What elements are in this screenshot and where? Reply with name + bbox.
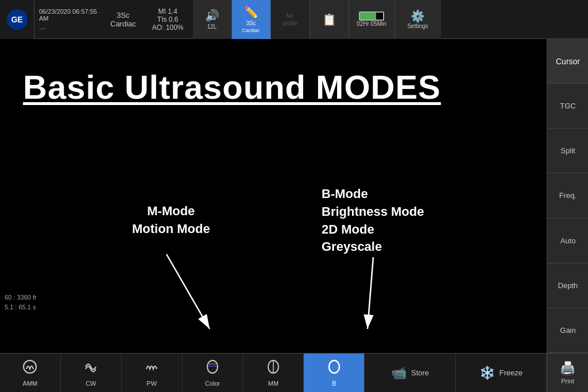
amm-icon xyxy=(22,359,38,378)
cursor-button[interactable]: Cursor xyxy=(547,39,588,84)
color-button[interactable]: Color xyxy=(183,354,243,393)
bmode-label: B-Mode Brightness Mode 2D Mode Greyscale xyxy=(322,185,424,256)
probe-12l-icon: 🔊 xyxy=(205,9,219,22)
cw-button[interactable]: CW xyxy=(61,354,122,393)
tgc-button[interactable]: TGC xyxy=(547,84,588,129)
ao-value: AO: 100% xyxy=(152,24,184,32)
probe-3sc-icon: ✏️ xyxy=(244,5,258,19)
ge-circle-icon: GE xyxy=(7,9,28,30)
amm-button[interactable]: AMM xyxy=(0,354,61,393)
probe-info: 3Sc Cardiac xyxy=(103,11,143,28)
bottom-stats: 60 : 3360 fr 5.1 : 65.1 s xyxy=(0,290,41,314)
probe-name: 3Sc xyxy=(117,11,129,20)
menu-dots[interactable]: ... xyxy=(39,22,99,31)
mmode-label: M-Mode Motion Mode xyxy=(132,203,210,238)
mi-value: MI 1.4 xyxy=(158,7,177,15)
b-button[interactable]: B xyxy=(304,354,365,393)
cw-icon xyxy=(83,359,99,378)
store-button[interactable]: 📹 Store xyxy=(365,354,455,393)
mm-icon xyxy=(265,359,281,378)
svg-point-1 xyxy=(24,360,36,373)
battery-bar xyxy=(359,11,384,21)
freeze-button[interactable]: ❄️ Freeze xyxy=(456,354,547,393)
split-button[interactable]: Split xyxy=(547,129,588,173)
freeze-icon: ❄️ xyxy=(479,366,495,381)
bmode-arrow xyxy=(368,257,373,329)
datetime-display: 06/23/2020 06:57:55 AM xyxy=(39,8,99,22)
auto-button[interactable]: Auto xyxy=(547,219,588,263)
ge-logo: GE xyxy=(0,0,34,39)
top-bar: GE 06/23/2020 06:57:55 AM ... 3Sc Cardia… xyxy=(0,0,588,39)
toolbar-buttons: 🔊 12L ✏️ 3Sc Cardiac No probe 📋 02Hr 05M… xyxy=(193,0,589,39)
print-icon: 🖨️ xyxy=(560,361,575,376)
archive-button[interactable]: 📋 xyxy=(310,0,349,39)
slide-content: Basic Ultrasound MODES M-Mode Motion Mod… xyxy=(0,39,547,353)
b-icon xyxy=(326,359,342,378)
slide-title: Basic Ultrasound MODES xyxy=(23,68,441,106)
archive-icon: 📋 xyxy=(322,13,336,26)
gain-button[interactable]: Gain xyxy=(547,308,588,353)
mi-tis-display: MI 1.4 TIs 0.6 AO: 100% xyxy=(143,7,193,32)
topbar-left: 06/23/2020 06:57:55 AM ... xyxy=(34,6,103,33)
depth-button[interactable]: Depth xyxy=(547,263,588,308)
no-probe-button[interactable]: No probe xyxy=(271,0,310,39)
pw-button[interactable]: PW xyxy=(122,354,183,393)
pw-icon xyxy=(144,359,160,378)
svg-point-4 xyxy=(329,360,339,373)
mmode-arrow xyxy=(167,254,210,329)
freq-button[interactable]: Freq. xyxy=(547,173,588,218)
battery-fill xyxy=(360,13,376,20)
tis-value: TIs 0.6 xyxy=(157,15,179,24)
settings-button[interactable]: ⚙️ Settings xyxy=(395,0,441,39)
gear-icon: ⚙️ xyxy=(411,9,425,23)
probe-3sc-button[interactable]: ✏️ 3Sc Cardiac xyxy=(232,0,271,39)
probe-12l-button[interactable]: 🔊 12L xyxy=(193,0,232,39)
print-button[interactable]: 🖨️ Print xyxy=(547,354,588,393)
main-content: Basic Ultrasound MODES M-Mode Motion Mod… xyxy=(0,39,547,353)
store-icon: 📹 xyxy=(391,366,407,381)
right-sidebar: Cursor TGC Split Freq. Auto Depth Gain xyxy=(547,39,588,353)
mm-button[interactable]: MM xyxy=(243,354,304,393)
probe-mode: Cardiac xyxy=(110,20,136,28)
battery-indicator: 02Hr 05Min xyxy=(349,0,395,39)
bottom-bar: AMM CW PW Color xyxy=(0,353,588,392)
color-icon xyxy=(204,359,220,378)
